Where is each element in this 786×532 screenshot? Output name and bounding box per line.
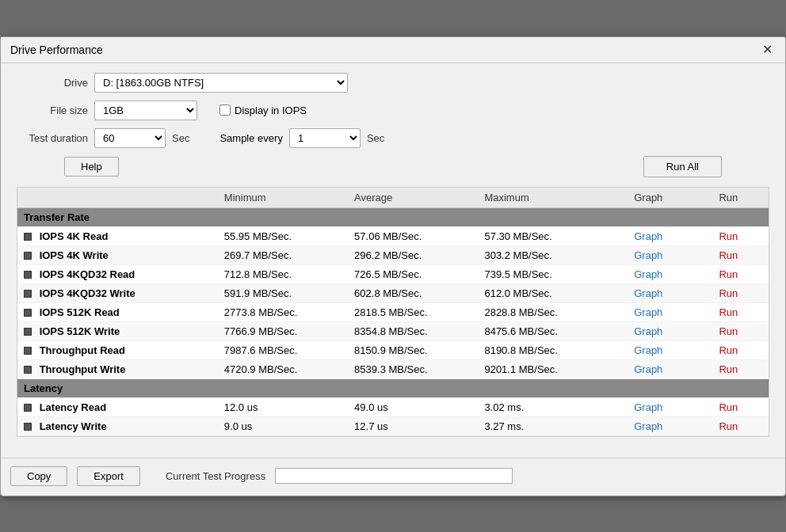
row-min: 712.8 MB/Sec. bbox=[218, 264, 348, 283]
row-name: IOPS 4KQD32 Read bbox=[17, 264, 218, 283]
row-icon bbox=[24, 347, 32, 355]
row-max: 3.02 ms. bbox=[478, 397, 608, 416]
col-header-min: Minimum bbox=[218, 188, 348, 208]
row-run[interactable]: Run bbox=[689, 245, 769, 264]
row-avg: 49.0 us bbox=[348, 397, 478, 416]
progress-label: Current Test Progress bbox=[166, 470, 265, 482]
row-graph[interactable]: Graph bbox=[609, 397, 689, 416]
row-min: 9.0 us bbox=[218, 416, 348, 435]
run-link[interactable]: Run bbox=[719, 230, 738, 242]
row-avg: 2818.5 MB/Sec. bbox=[348, 302, 478, 321]
row-max: 739.5 MB/Sec. bbox=[478, 264, 608, 283]
row-min: 7766.9 MB/Sec. bbox=[218, 321, 348, 340]
run-link[interactable]: Run bbox=[719, 401, 738, 413]
title-bar: Drive Performance ✕ bbox=[1, 37, 785, 63]
copy-button[interactable]: Copy bbox=[10, 466, 67, 486]
row-icon bbox=[24, 271, 32, 279]
col-header-run: Run bbox=[689, 188, 769, 208]
sample-select[interactable]: 1 bbox=[289, 128, 361, 148]
display-iops-group: Display in IOPS bbox=[219, 104, 307, 116]
row-avg: 602.8 MB/Sec. bbox=[348, 283, 478, 302]
run-link[interactable]: Run bbox=[719, 363, 738, 375]
graph-link[interactable]: Graph bbox=[634, 306, 662, 318]
row-icon bbox=[24, 290, 32, 298]
close-button[interactable]: ✕ bbox=[759, 44, 776, 56]
row-icon bbox=[24, 366, 32, 374]
row-min: 2773.8 MB/Sec. bbox=[218, 302, 348, 321]
graph-link[interactable]: Graph bbox=[634, 287, 662, 299]
filesize-row: File size 1GB Display in IOPS bbox=[17, 101, 769, 120]
export-button[interactable]: Export bbox=[77, 466, 140, 486]
row-min: 12.0 us bbox=[218, 397, 348, 416]
run-link[interactable]: Run bbox=[719, 268, 738, 280]
run-link[interactable]: Run bbox=[719, 325, 738, 337]
table-row: IOPS 512K Read 2773.8 MB/Sec. 2818.5 MB/… bbox=[17, 302, 769, 321]
row-run[interactable]: Run bbox=[689, 321, 769, 340]
display-iops-checkbox[interactable] bbox=[219, 104, 231, 116]
row-run[interactable]: Run bbox=[689, 283, 769, 302]
row-max: 8475.6 MB/Sec. bbox=[478, 321, 608, 340]
graph-link[interactable]: Graph bbox=[634, 401, 662, 413]
row-graph[interactable]: Graph bbox=[609, 245, 689, 264]
row-graph[interactable]: Graph bbox=[609, 264, 689, 283]
row-min: 55.95 MB/Sec. bbox=[218, 226, 348, 245]
progress-bar bbox=[275, 468, 513, 484]
row-run[interactable]: Run bbox=[689, 340, 769, 359]
col-header-name bbox=[17, 188, 218, 208]
row-name: IOPS 512K Read bbox=[17, 302, 218, 321]
table-row: IOPS 4K Write 269.7 MB/Sec. 296.2 MB/Sec… bbox=[17, 245, 769, 264]
run-all-button[interactable]: Run All bbox=[643, 156, 722, 177]
duration-select[interactable]: 60 bbox=[94, 128, 166, 148]
row-max: 9201.1 MB/Sec. bbox=[478, 359, 608, 378]
bottom-bar: Copy Export Current Test Progress bbox=[1, 458, 785, 496]
graph-link[interactable]: Graph bbox=[634, 230, 662, 242]
row-run[interactable]: Run bbox=[689, 397, 769, 416]
row-name: Latency Read bbox=[17, 397, 218, 416]
row-name: Latency Write bbox=[17, 416, 218, 435]
run-link[interactable]: Run bbox=[719, 344, 738, 356]
row-min: 269.7 MB/Sec. bbox=[218, 245, 348, 264]
filesize-select[interactable]: 1GB bbox=[94, 101, 197, 120]
row-run[interactable]: Run bbox=[689, 264, 769, 283]
run-link[interactable]: Run bbox=[719, 306, 738, 318]
row-run[interactable]: Run bbox=[689, 416, 769, 435]
row-icon bbox=[24, 328, 32, 336]
row-avg: 296.2 MB/Sec. bbox=[348, 245, 478, 264]
row-graph[interactable]: Graph bbox=[609, 321, 689, 340]
table-row: Throughput Write 4720.9 MB/Sec. 8539.3 M… bbox=[17, 359, 769, 378]
drive-select[interactable]: D: [1863.00GB NTFS] bbox=[94, 73, 348, 93]
row-graph[interactable]: Graph bbox=[609, 283, 689, 302]
row-icon bbox=[24, 404, 32, 412]
graph-link[interactable]: Graph bbox=[634, 249, 662, 261]
row-avg: 8354.8 MB/Sec. bbox=[348, 321, 478, 340]
row-run[interactable]: Run bbox=[689, 359, 769, 378]
row-graph[interactable]: Graph bbox=[609, 226, 689, 245]
row-graph[interactable]: Graph bbox=[609, 340, 689, 359]
row-icon bbox=[24, 233, 32, 241]
run-link[interactable]: Run bbox=[719, 249, 738, 261]
drive-row: Drive D: [1863.00GB NTFS] bbox=[17, 73, 769, 93]
row-avg: 8539.3 MB/Sec. bbox=[348, 359, 478, 378]
row-graph[interactable]: Graph bbox=[609, 302, 689, 321]
filesize-label: File size bbox=[17, 104, 88, 116]
row-graph[interactable]: Graph bbox=[609, 359, 689, 378]
run-link[interactable]: Run bbox=[719, 287, 738, 299]
row-avg: 57.06 MB/Sec. bbox=[348, 226, 478, 245]
row-avg: 12.7 us bbox=[348, 416, 478, 435]
graph-link[interactable]: Graph bbox=[634, 325, 662, 337]
table-row: IOPS 4K Read 55.95 MB/Sec. 57.06 MB/Sec.… bbox=[17, 226, 769, 245]
table-row: IOPS 4KQD32 Write 591.9 MB/Sec. 602.8 MB… bbox=[17, 283, 769, 302]
help-button[interactable]: Help bbox=[64, 157, 119, 177]
drive-label: Drive bbox=[17, 77, 88, 89]
graph-link[interactable]: Graph bbox=[634, 363, 662, 375]
graph-link[interactable]: Graph bbox=[634, 420, 662, 432]
row-icon bbox=[24, 309, 32, 317]
run-link[interactable]: Run bbox=[719, 420, 738, 432]
row-run[interactable]: Run bbox=[689, 226, 769, 245]
row-max: 303.2 MB/Sec. bbox=[478, 245, 608, 264]
sample-sec: Sec bbox=[367, 132, 384, 144]
graph-link[interactable]: Graph bbox=[634, 268, 662, 280]
graph-link[interactable]: Graph bbox=[634, 344, 662, 356]
row-graph[interactable]: Graph bbox=[609, 416, 689, 435]
row-run[interactable]: Run bbox=[689, 302, 769, 321]
